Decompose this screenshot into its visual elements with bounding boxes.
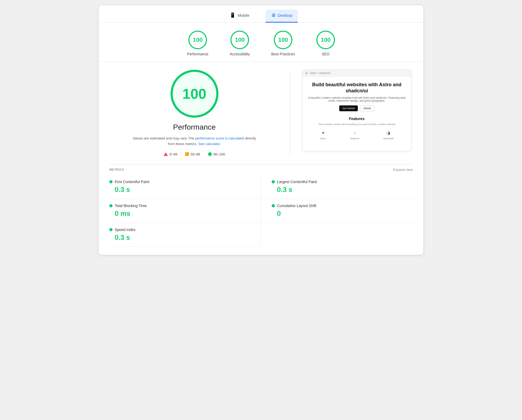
score-seo: 100 SEO [316,31,335,56]
score-circle-performance: 100 [188,31,207,49]
preview-features-title: Features [308,117,406,121]
metric-cls: Cumulative Layout Shift 0 [261,199,413,223]
score-circle-best-practices: 100 [274,31,292,49]
red-triangle-icon [164,152,168,156]
preview-icon-darkmode: ◑ Dark Mode [383,130,394,140]
main-content: 100 Performance Values are estimated and… [99,62,423,164]
metric-lcp-value: 0.3 s [272,186,413,194]
score-label-best-practices: Best Practices [271,52,295,56]
green-circle-icon [208,152,212,156]
scores-row: 100 Performance 100 Accessibility 100 Be… [99,23,423,62]
metrics-label: METRICS [109,168,124,171]
preview-github-btn[interactable]: GitHub [360,105,374,111]
metric-cls-dot [272,204,275,207]
perf-description: Values are estimated and may vary. The p… [131,136,258,147]
tab-mobile-label: Mobile [238,13,249,18]
calculator-link[interactable]: See calculator [198,142,220,146]
metric-lcp-name: Largest Contentful Paint [277,180,317,184]
legend-orange: 50–89 [185,152,200,156]
tabs-bar: 📱 Mobile 🖥 Desktop [99,5,423,23]
metric-lcp: Largest Contentful Paint 0.3 s [261,175,413,199]
metric-fcp: First Contentful Paint 0.3 s [109,175,261,199]
preview-body: Build beautiful websites with Astro and … [303,76,411,151]
legend-orange-range: 50–89 [190,152,200,156]
metric-tbt-name: Total Blocking Time [115,204,147,208]
vertical-divider [290,70,290,156]
score-best-practices: 100 Best Practices [271,31,295,56]
metric-lcp-dot [272,180,275,183]
preview-dot [305,72,308,75]
preview-icons-row: ✦ Astro ↑ shadcn/ui ◑ Dark Mode [308,130,406,140]
darkmode-label: Dark Mode [383,137,394,140]
legend-red: 0–49 [164,152,177,156]
desktop-icon: 🖥 [271,13,276,18]
preview-buttons: Get Started GitHub [308,105,406,111]
darkmode-icon: ◑ [385,130,392,136]
desc-before: Values are estimated and may vary. The [133,136,195,140]
orange-square-icon [185,152,189,156]
metric-si-dot [109,228,113,231]
metrics-header: METRICS Expand view [109,164,413,175]
metric-fcp-dot [109,180,113,183]
preview-subtitle: A beautiful, modern website template bui… [308,96,406,102]
left-panel: 100 Performance Values are estimated and… [109,70,279,156]
preview-features-sub: This template comes with everything you … [308,123,406,126]
perf-title: Performance [173,123,216,131]
preview-url: Astro + shadcn/ui [310,72,331,75]
preview-icon-astro: ✦ Astro [320,130,326,140]
metrics-section: METRICS Expand view First Contentful Pai… [99,164,423,255]
metric-tbt-value: 0 ms [109,209,250,218]
metric-fcp-value: 0.3 s [109,186,250,194]
website-preview: Astro + shadcn/ui Build beautiful websit… [302,70,411,151]
metric-si-name: Speed Index [115,228,136,232]
tab-desktop[interactable]: 🖥 Desktop [266,10,298,23]
desc-after: . [220,142,221,146]
mobile-icon: 📱 [230,12,235,18]
tab-desktop-label: Desktop [278,13,292,18]
expand-view-button[interactable]: Expand view [393,168,413,172]
score-label-accessibility: Accessibility [230,52,250,56]
preview-hero: Build beautiful websites with Astro and … [308,82,406,140]
legend: 0–49 50–89 90–100 [164,152,225,156]
metric-fcp-header: First Contentful Paint [109,180,250,184]
metric-cls-header: Cumulative Layout Shift [272,204,413,208]
astro-icon: ✦ [320,130,326,136]
shadcn-label: shadcn/ui [350,137,359,140]
metric-si-header: Speed Index [109,228,250,232]
score-performance: 100 Performance [187,31,208,56]
score-label-seo: SEO [322,52,330,56]
metric-cls-value: 0 [272,209,413,218]
shadcn-icon: ↑ [351,130,358,136]
metric-si-value: 0.3 s [109,233,250,242]
right-panel: Astro + shadcn/ui Build beautiful websit… [301,70,413,156]
score-accessibility: 100 Accessibility [230,31,250,56]
legend-red-range: 0–49 [169,152,177,156]
legend-green-range: 90–100 [213,152,225,156]
perf-score-link[interactable]: performance score is calculated [195,136,244,140]
astro-label: Astro [321,137,326,140]
score-circle-seo: 100 [316,31,335,49]
metrics-grid: First Contentful Paint 0.3 s Largest Con… [109,175,413,247]
metric-si: Speed Index 0.3 s [109,223,261,247]
legend-green: 90–100 [208,152,225,156]
main-container: 📱 Mobile 🖥 Desktop 100 Performance 100 A… [99,5,423,255]
large-score-circle: 100 [171,70,218,118]
metric-tbt-header: Total Blocking Time [109,204,250,208]
metric-tbt-dot [109,204,113,207]
preview-icon-shadcn: ↑ shadcn/ui [350,130,359,140]
tab-mobile[interactable]: 📱 Mobile [224,10,255,23]
metric-lcp-header: Largest Contentful Paint [272,180,413,184]
preview-titlebar: Astro + shadcn/ui [303,70,411,76]
preview-get-started-btn[interactable]: Get Started [339,105,358,111]
metric-fcp-name: First Contentful Paint [115,180,150,184]
score-circle-accessibility: 100 [230,31,249,49]
preview-title: Build beautiful websites with Astro and … [308,82,406,94]
score-label-performance: Performance [187,52,208,56]
metric-cls-name: Cumulative Layout Shift [277,204,316,208]
metric-tbt: Total Blocking Time 0 ms [109,199,261,223]
